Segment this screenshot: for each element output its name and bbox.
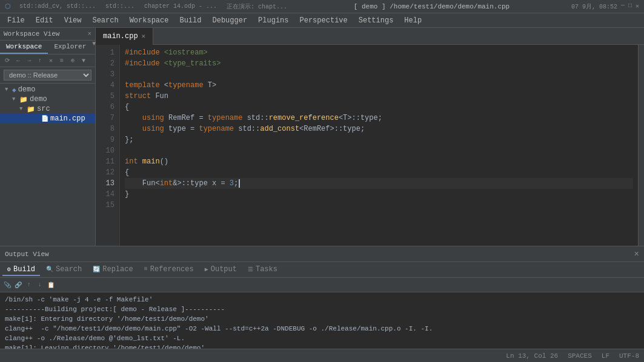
editor-tab-label: main.cpp bbox=[103, 32, 138, 41]
menu-workspace[interactable]: Workspace bbox=[125, 15, 174, 26]
line-num-7: 7 bbox=[96, 113, 115, 123]
title-bar: ⬡ std::add_cv, std::... std::... chapter… bbox=[0, 0, 644, 13]
output-scroll-up-button[interactable]: ↑ bbox=[24, 280, 34, 290]
build-tab-icon: ⚙ bbox=[7, 266, 11, 273]
line-num-15: 15 bbox=[96, 200, 115, 211]
toolbar-close-button[interactable]: ✕ bbox=[46, 56, 56, 65]
workspace-panel-header: Workspace View × bbox=[0, 28, 95, 41]
menu-perspective[interactable]: Perspective bbox=[295, 15, 353, 26]
file-tree: ▼ ◆ demo ▼ 📁 demo ▼ 📁 src ▶ bbox=[0, 84, 95, 246]
output-tab-replace[interactable]: 🔄 Replace bbox=[88, 264, 138, 276]
tree-item-src-folder[interactable]: ▼ 📁 src bbox=[0, 104, 95, 114]
editor-tab-main-cpp[interactable]: main.cpp ✕ bbox=[96, 28, 153, 45]
close-button[interactable]: ✕ bbox=[636, 2, 639, 11]
menu-edit[interactable]: Edit bbox=[31, 15, 58, 26]
output-content: /bin/sh -c 'make -j 4 -e -f Makefile' --… bbox=[0, 292, 644, 349]
output-panel-header: Output View × bbox=[0, 246, 644, 262]
window-title: [ demo ] /home/test1/demo/demo/main.cpp bbox=[292, 3, 571, 10]
right-scrollbar[interactable] bbox=[638, 45, 644, 246]
minimize-button[interactable]: ─ bbox=[621, 2, 625, 11]
title-tab-4[interactable]: 正在演示: chapt... bbox=[222, 2, 292, 11]
tree-item-main-cpp[interactable]: ▶ 📄 main.cpp bbox=[0, 114, 95, 123]
search-tab-icon: 🔍 bbox=[46, 266, 53, 273]
output-tab-icon: ▶ bbox=[205, 266, 208, 273]
tree-label-demo: demo bbox=[30, 95, 47, 104]
build-config-select[interactable]: demo :: Release bbox=[4, 70, 91, 81]
menu-debugger[interactable]: Debugger bbox=[207, 15, 252, 26]
maximize-button[interactable]: □ bbox=[628, 2, 632, 11]
menu-plugins[interactable]: Plugins bbox=[253, 15, 293, 26]
toolbar-more-button[interactable]: ▼ bbox=[79, 56, 88, 65]
title-tab-3[interactable]: chapter 14.odp - ... bbox=[139, 3, 222, 10]
build-tab-label: Build bbox=[13, 265, 35, 274]
output-tab-search[interactable]: 🔍 Search bbox=[41, 264, 87, 276]
output-tabs: ⚙ Build 🔍 Search 🔄 Replace ≡ References … bbox=[0, 262, 644, 278]
code-line-9: }; bbox=[125, 134, 633, 145]
toolbar-up-button[interactable]: ↑ bbox=[35, 56, 45, 65]
workspace-close-button[interactable]: × bbox=[87, 30, 91, 38]
code-line-15 bbox=[125, 200, 633, 211]
code-line-5: struct Fun bbox=[125, 91, 633, 102]
search-tab-label: Search bbox=[56, 265, 82, 274]
toolbar-add-button[interactable]: ⊕ bbox=[68, 56, 78, 65]
output-line-1: /bin/sh -c 'make -j 4 -e -f Makefile' bbox=[5, 295, 639, 304]
output-scroll-down-button[interactable]: ↓ bbox=[35, 280, 45, 290]
menu-view[interactable]: View bbox=[59, 15, 87, 26]
status-line-ending: LF bbox=[602, 352, 609, 360]
code-line-3 bbox=[125, 69, 633, 80]
code-line-13: Fun<int&>::type x = 3; bbox=[125, 178, 633, 189]
file-icon-main-cpp: 📄 bbox=[41, 115, 48, 122]
tree-item-demo-folder[interactable]: ▼ 📁 demo bbox=[0, 94, 95, 104]
output-line-4: clang++ -c "/home/test1/demo/demo/main.c… bbox=[5, 324, 639, 334]
menu-file[interactable]: File bbox=[2, 15, 30, 26]
content-area: Workspace View × Workspace Explorer ▼ ⟳ … bbox=[0, 28, 644, 246]
line-num-2: 2 bbox=[96, 58, 115, 69]
output-tab-references[interactable]: ≡ References bbox=[139, 264, 199, 276]
line-num-3: 3 bbox=[96, 69, 115, 80]
output-tab-build[interactable]: ⚙ Build bbox=[2, 264, 40, 276]
menu-build[interactable]: Build bbox=[174, 15, 206, 26]
workspace-tabs: Workspace Explorer ▼ bbox=[0, 41, 95, 54]
status-bar: Ln 13, Col 26 SPACES LF UTF-8 bbox=[0, 349, 644, 362]
code-line-14: } bbox=[125, 189, 633, 200]
toolbar-forward-button[interactable]: → bbox=[24, 56, 34, 65]
title-tab-1[interactable]: std::add_cv, std::... bbox=[15, 3, 101, 10]
root-icon: ◆ bbox=[12, 86, 16, 94]
output-line-6: make[1]: Leaving directory '/home/test1/… bbox=[5, 343, 639, 349]
output-copy-button[interactable]: 📋 bbox=[46, 280, 56, 290]
code-area: 1 2 3 4 5 6 7 8 9 10 11 12 13 14 15 bbox=[96, 45, 644, 246]
line-num-1: 1 bbox=[96, 47, 115, 58]
title-tab-2[interactable]: std::... bbox=[101, 3, 139, 10]
tab-bar: main.cpp ✕ bbox=[96, 28, 644, 45]
status-cursor: Ln 13, Col 26 bbox=[506, 352, 558, 360]
tree-label-src: src bbox=[37, 105, 50, 113]
code-content[interactable]: #include <iostream> #include <type_trait… bbox=[120, 45, 638, 246]
output-panel-close-button[interactable]: × bbox=[634, 249, 639, 259]
output-line-2: ----------Building project:[ demo - Rele… bbox=[5, 304, 639, 314]
tree-item-root[interactable]: ▼ ◆ demo bbox=[0, 85, 95, 94]
code-line-10 bbox=[125, 145, 633, 156]
line-num-10: 10 bbox=[96, 145, 115, 156]
tab-workspace[interactable]: Workspace bbox=[0, 41, 48, 54]
line-num-5: 5 bbox=[96, 91, 115, 102]
tree-label-root: demo bbox=[18, 85, 36, 94]
output-link-button[interactable]: 🔗 bbox=[13, 280, 23, 290]
editor-tab-close[interactable]: ✕ bbox=[142, 32, 146, 40]
line-num-12: 12 bbox=[96, 167, 115, 178]
toolbar-sync-button[interactable]: ⟳ bbox=[2, 56, 12, 65]
replace-tab-label: Replace bbox=[102, 265, 133, 274]
time-display: 07 9月, 08:52 bbox=[571, 2, 617, 11]
code-line-12: { bbox=[125, 167, 633, 178]
output-line-3: make[1]: Entering directory '/home/test1… bbox=[5, 314, 639, 324]
tab-explorer[interactable]: Explorer bbox=[48, 41, 92, 54]
line-num-4: 4 bbox=[96, 80, 115, 91]
output-tab-output[interactable]: ▶ Output bbox=[200, 264, 242, 276]
menu-help[interactable]: Help bbox=[399, 15, 427, 26]
toolbar-back-button[interactable]: ← bbox=[13, 56, 23, 65]
output-pin-button[interactable]: 📎 bbox=[2, 280, 12, 290]
menu-settings[interactable]: Settings bbox=[354, 15, 399, 26]
output-tab-tasks[interactable]: ☰ Tasks bbox=[243, 264, 282, 276]
output-tab-label: Output bbox=[211, 265, 237, 274]
toolbar-settings-button[interactable]: ≡ bbox=[57, 56, 67, 65]
menu-search[interactable]: Search bbox=[87, 15, 123, 26]
